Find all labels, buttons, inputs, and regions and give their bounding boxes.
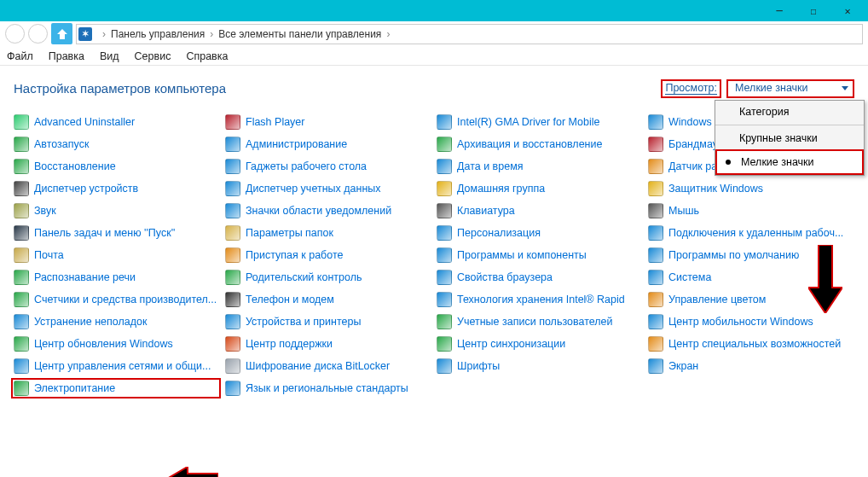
control-panel-item[interactable]: Flash Player: [225, 114, 430, 130]
control-panel-item[interactable]: Распознавание речи: [14, 270, 218, 285]
control-panel-item[interactable]: Защитник Windows: [648, 181, 853, 196]
item-label: Диспетчер учетных данных: [246, 183, 381, 195]
control-panel-item[interactable]: Архивация и восстановление: [437, 137, 641, 152]
menu-file[interactable]: Файл: [7, 50, 33, 62]
up-arrow-icon: [55, 27, 69, 41]
control-panel-item[interactable]: Приступая к работе: [225, 247, 430, 263]
control-panel-item[interactable]: Шрифты: [437, 358, 641, 374]
item-icon: [437, 270, 452, 285]
item-label: Программы по умолчанию: [668, 249, 799, 261]
control-panel-item[interactable]: Параметры папок: [225, 225, 430, 241]
item-label: Параметры папок: [246, 227, 333, 239]
control-panel-item[interactable]: Клавиатура: [437, 203, 641, 218]
view-label: Просмотр:: [661, 79, 721, 98]
item-label: Значки области уведомлений: [246, 205, 391, 217]
close-button[interactable]: ✕: [830, 2, 865, 20]
item-label: Flash Player: [246, 116, 304, 128]
content-area: Настройка параметров компьютера Просмотр…: [0, 66, 868, 477]
control-panel-item[interactable]: Диспетчер учетных данных: [225, 181, 430, 196]
control-panel-item[interactable]: Программы и компоненты: [437, 247, 641, 263]
control-panel-item[interactable]: Автозапуск: [14, 137, 218, 152]
control-panel-item[interactable]: Счетчики и средства производител...: [14, 292, 218, 307]
annotation-arrow-left: [167, 467, 218, 477]
menu-service[interactable]: Сервис: [135, 50, 171, 62]
control-panel-item[interactable]: Гаджеты рабочего стола: [225, 159, 430, 174]
control-panel-item[interactable]: Центр поддержки: [225, 336, 430, 352]
control-panel-item[interactable]: Администрирование: [225, 137, 430, 152]
item-icon: [648, 314, 663, 329]
item-icon: [225, 225, 240, 241]
item-label: Дата и время: [457, 160, 524, 172]
control-panel-item[interactable]: Электропитание: [11, 378, 221, 398]
maximize-button[interactable]: ☐: [796, 2, 830, 20]
control-panel-item[interactable]: Персонализация: [437, 225, 641, 241]
item-label: Подключения к удаленным рабоч...: [668, 227, 843, 239]
control-panel-item[interactable]: Учетные записи пользователей: [437, 314, 641, 329]
control-panel-item[interactable]: Экран: [648, 358, 853, 374]
view-dropdown-value: Мелкие значки: [735, 82, 808, 94]
control-panel-item[interactable]: Центр синхронизации: [437, 336, 641, 352]
item-label: Мышь: [668, 205, 699, 217]
control-panel-item[interactable]: Дата и время: [437, 159, 641, 174]
control-panel-item[interactable]: Технология хранения Intel® Rapid: [437, 292, 641, 307]
control-panel-item[interactable]: Устранение неполадок: [14, 314, 218, 329]
item-label: Домашняя группа: [457, 183, 545, 195]
minimize-button[interactable]: ─: [762, 2, 796, 20]
up-button[interactable]: [51, 23, 72, 44]
dropdown-item-small-icons[interactable]: Мелкие значки: [715, 149, 864, 175]
control-panel-item[interactable]: Почта: [14, 247, 218, 263]
back-button[interactable]: [5, 24, 25, 44]
item-label: Гаджеты рабочего стола: [246, 160, 367, 172]
control-panel-item[interactable]: Язык и региональные стандарты: [225, 381, 430, 396]
control-panel-item[interactable]: Advanced Uninstaller: [14, 114, 218, 130]
item-label: Advanced Uninstaller: [34, 116, 135, 128]
control-panel-item[interactable]: Шифрование диска BitLocker: [225, 358, 430, 374]
item-icon: [648, 159, 663, 174]
control-panel-item[interactable]: Восстановление: [14, 159, 218, 174]
control-panel-item[interactable]: Устройства и принтеры: [225, 314, 430, 329]
control-panel-item[interactable]: Свойства браузера: [437, 270, 641, 285]
view-dropdown-button[interactable]: Мелкие значки: [726, 79, 854, 98]
dropdown-item-category[interactable]: Категория: [715, 101, 864, 123]
item-label: Технология хранения Intel® Rapid: [457, 294, 625, 305]
item-icon: [14, 358, 29, 374]
item-icon: [14, 137, 29, 152]
control-panel-item[interactable]: Центр обновления Windows: [14, 336, 218, 352]
item-label: Распознавание речи: [34, 271, 136, 283]
control-panel-item[interactable]: Панель задач и меню ''Пуск'': [14, 225, 218, 241]
control-panel-item[interactable]: Центр специальных возможностей: [648, 336, 853, 352]
item-icon: [437, 247, 452, 263]
breadcrumb-part[interactable]: Панель управления: [111, 28, 205, 40]
control-panel-item[interactable]: Звук: [14, 203, 218, 218]
control-panel-item[interactable]: Подключения к удаленным рабоч...: [648, 225, 853, 241]
item-icon: [648, 270, 663, 285]
control-panel-item[interactable]: Intel(R) GMA Driver for Mobile: [437, 114, 641, 130]
item-icon: [14, 270, 29, 285]
menu-view[interactable]: Вид: [100, 50, 119, 62]
address-bar[interactable]: ✶ › Панель управления › Все элементы пан…: [76, 24, 863, 44]
item-icon: [14, 292, 29, 307]
menu-edit[interactable]: Правка: [49, 50, 84, 62]
item-label: Почта: [34, 249, 64, 261]
control-panel-item[interactable]: Значки области уведомлений: [225, 203, 430, 218]
item-icon: [14, 247, 29, 263]
item-label: Звук: [34, 205, 56, 217]
forward-button[interactable]: [28, 24, 48, 44]
item-icon: [225, 336, 240, 352]
breadcrumb-part[interactable]: Все элементы панели управления: [218, 28, 381, 40]
item-icon: [648, 181, 663, 196]
item-icon: [225, 292, 240, 307]
dropdown-item-large-icons[interactable]: Крупные значки: [715, 127, 864, 149]
control-panel-item[interactable]: Мышь: [648, 203, 853, 218]
chevron-right-icon: ›: [102, 28, 106, 40]
chevron-right-icon: ›: [210, 28, 213, 40]
control-panel-item[interactable]: Диспетчер устройств: [14, 181, 218, 196]
item-icon: [225, 314, 240, 329]
control-panel-item[interactable]: Телефон и модем: [225, 292, 430, 307]
menu-help[interactable]: Справка: [186, 50, 228, 62]
control-panel-icon: ✶: [78, 27, 92, 41]
control-panel-item[interactable]: Домашняя группа: [437, 181, 641, 196]
item-icon: [225, 247, 240, 263]
control-panel-item[interactable]: Центр управления сетями и общи...: [14, 358, 218, 374]
control-panel-item[interactable]: Родительский контроль: [225, 270, 430, 285]
